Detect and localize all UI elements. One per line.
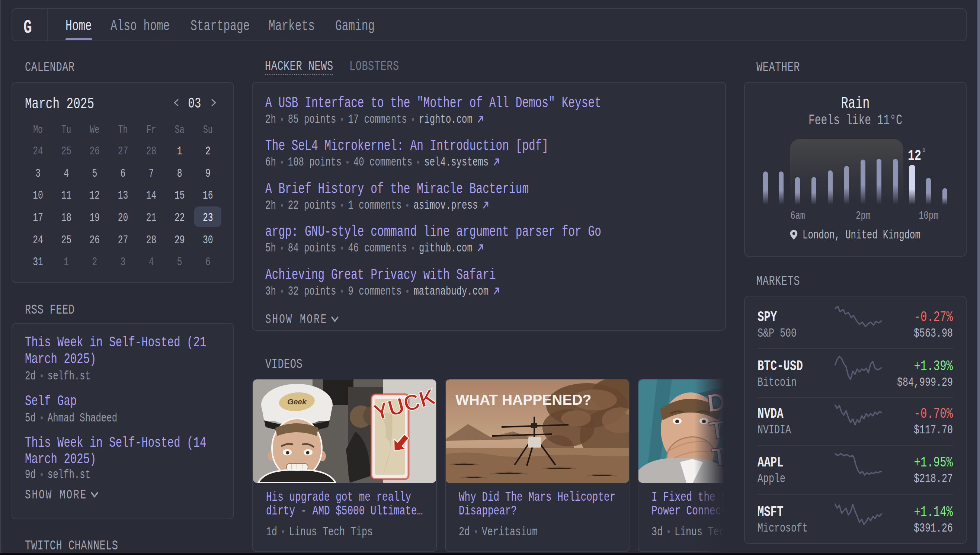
svg-text:Geek: Geek bbox=[287, 397, 307, 406]
svg-text:WHAT HAPPENED?: WHAT HAPPENED? bbox=[456, 392, 591, 408]
